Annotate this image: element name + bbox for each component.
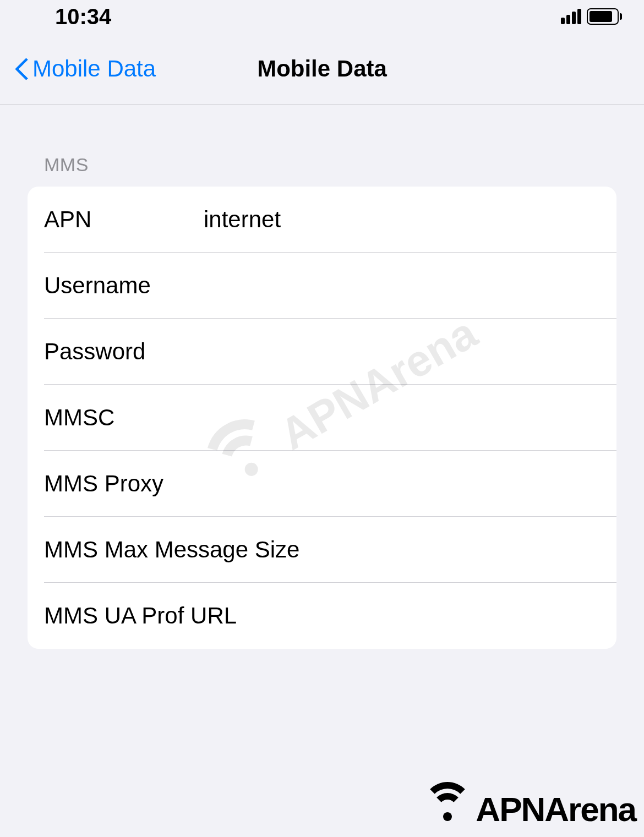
row-mms-proxy[interactable]: MMS Proxy [28, 451, 616, 517]
chevron-back-icon [14, 58, 27, 80]
status-time: 10:34 [55, 4, 111, 29]
input-mmsc[interactable] [204, 404, 600, 431]
status-indicators [561, 8, 622, 25]
settings-group-mms: APN Username Password MMSC MMS Proxy MMS… [28, 187, 616, 649]
back-button[interactable]: Mobile Data [0, 56, 156, 82]
content-area: MMS APN Username Password MMSC MMS Proxy… [0, 105, 644, 649]
input-mms-proxy[interactable] [204, 471, 600, 497]
input-mms-max-size[interactable] [299, 537, 600, 563]
input-username[interactable] [204, 272, 600, 299]
row-mmsc[interactable]: MMSC [28, 385, 616, 451]
row-mms-max-size[interactable]: MMS Max Message Size [28, 517, 616, 583]
status-bar: 10:34 [0, 0, 644, 33]
row-mms-ua-prof[interactable]: MMS UA Prof URL [28, 583, 616, 649]
label-username: Username [44, 272, 204, 299]
page-title: Mobile Data [257, 56, 387, 82]
row-apn[interactable]: APN [28, 187, 616, 253]
battery-icon [587, 8, 622, 25]
label-mms-proxy: MMS Proxy [44, 471, 204, 497]
row-username[interactable]: Username [28, 253, 616, 319]
brand-text: APNArena [476, 790, 636, 829]
label-mms-ua-prof: MMS UA Prof URL [44, 603, 237, 629]
label-apn: APN [44, 206, 204, 233]
navigation-bar: Mobile Data Mobile Data [0, 33, 644, 105]
brand-logo: APNArena [423, 790, 636, 829]
signal-icon [561, 9, 581, 24]
wifi-icon [423, 790, 472, 829]
input-mms-ua-prof[interactable] [237, 603, 600, 629]
input-apn[interactable] [204, 206, 600, 233]
back-label: Mobile Data [32, 56, 156, 82]
row-password[interactable]: Password [28, 319, 616, 385]
section-header-mms: MMS [28, 127, 616, 187]
label-password: Password [44, 338, 204, 365]
label-mms-max-size: MMS Max Message Size [44, 537, 299, 563]
label-mmsc: MMSC [44, 404, 204, 431]
input-password[interactable] [204, 338, 600, 365]
